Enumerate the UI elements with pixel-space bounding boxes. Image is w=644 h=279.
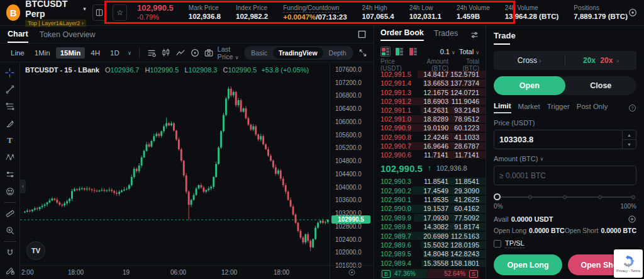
chart-expand-button[interactable] xyxy=(358,30,366,38)
margin-mode-selector[interactable]: Cross› xyxy=(494,56,565,65)
precision-dropdown[interactable]: 0.1 ∨ xyxy=(440,48,455,55)
drawing-lock-icon[interactable] xyxy=(3,264,17,276)
layout-both-icon[interactable] xyxy=(380,47,391,57)
amount-slider[interactable] xyxy=(494,193,636,201)
orderbook-bid-row[interactable]: 102,990.311.854111.8541 xyxy=(374,177,486,186)
orderbook-ask-row[interactable]: 102,991.114.263193.2143 xyxy=(374,106,486,115)
trendline-tool[interactable] xyxy=(3,83,17,96)
text-tool[interactable]: T xyxy=(3,134,17,147)
tab-token-overview[interactable]: Token Overview xyxy=(40,26,96,43)
pattern-tool[interactable] xyxy=(3,151,17,164)
interval-15min[interactable]: 15Min xyxy=(56,47,86,59)
orderbook-ask-row[interactable]: 102,991.413.6653137.7374 xyxy=(374,79,486,88)
open-long-button[interactable]: Open Long xyxy=(494,254,562,275)
slider-dot[interactable] xyxy=(528,195,532,199)
measure-tool[interactable] xyxy=(3,207,17,220)
amount-input[interactable] xyxy=(494,166,636,185)
orderbook-ask-row[interactable]: 102,990.919.019060.1223 xyxy=(374,123,486,132)
price-source-dropdown[interactable]: Last Price ∨ xyxy=(218,45,240,60)
orderbook-bid-row[interactable]: 102,990.217.454929.3090 xyxy=(374,186,486,195)
orderbook-bid-row[interactable]: 102,989.720.6989112.5163 xyxy=(374,231,486,240)
zoom-in-tool[interactable] xyxy=(3,224,17,237)
mode-basic[interactable]: Basic xyxy=(245,47,273,59)
crosshair-tool[interactable] xyxy=(3,66,17,79)
slider-dot[interactable] xyxy=(563,195,567,199)
display-mode-dropdown[interactable]: Total ∨ xyxy=(459,48,479,55)
orderbook-ask-row[interactable]: 102,991.514.8417152.5791 xyxy=(374,70,486,79)
symbol-block[interactable]: BTCUSDT Perp ▾ Top | Layer1&Layer2 › xyxy=(25,0,86,27)
layout-bids-icon[interactable] xyxy=(394,47,404,57)
orderbook-bid-row[interactable]: 102,989.917.093077.5092 xyxy=(374,214,486,222)
orderbook-tab-order-book[interactable]: Order Book xyxy=(380,28,424,41)
slider-dot[interactable] xyxy=(631,195,635,199)
collapse-arrow[interactable]: ‹ xyxy=(20,179,26,193)
step-down-button[interactable]: ▼ xyxy=(623,140,636,149)
price-axis[interactable]: 107600.0107200.0106800.0106400.0106000.0… xyxy=(330,62,374,265)
orderbook-bid-row[interactable]: 102,989.814.308291.8174 xyxy=(374,222,486,231)
orderbook-ask-row[interactable]: 102,990.812.424641.1033 xyxy=(374,132,486,141)
orderbook-ask-row[interactable]: 102,991.312.1675124.0721 xyxy=(374,88,486,96)
slider-dot[interactable] xyxy=(598,195,602,199)
chart-canvas[interactable]: BTCUSDT - 15 - LBank O102936.7 H102990.5… xyxy=(20,62,330,265)
symbol-name[interactable]: BTCUSDT Perp xyxy=(25,0,80,19)
replay-icon[interactable] xyxy=(189,46,201,60)
amount-field-label[interactable]: Amount (BTC)∨ xyxy=(494,155,636,162)
orderbook-mid[interactable]: 102,990.5 ↑ 102,936.8 xyxy=(374,159,486,177)
order-type-post-only[interactable]: Post Only xyxy=(577,103,608,113)
tab-chart[interactable]: Chart xyxy=(8,26,28,43)
fullscreen-icon[interactable] xyxy=(358,46,367,60)
help-button[interactable]: ? xyxy=(628,104,636,112)
orderbook-ask-row[interactable]: 102,990.611.714111.7141 xyxy=(374,151,486,159)
slider-handle[interactable] xyxy=(494,193,501,200)
orderbook-bid-row[interactable]: 102,989.615.5032128.0195 xyxy=(374,241,486,249)
orderbook-ask-row[interactable]: 102,990.716.964628.6787 xyxy=(374,142,486,151)
interval-line[interactable]: Line xyxy=(6,47,29,59)
orderbook-bid-row[interactable]: 102,989.514.8048142.8243 xyxy=(374,249,486,258)
mode-depth[interactable]: Depth xyxy=(323,47,352,59)
interval-1d[interactable]: 1D xyxy=(106,47,124,59)
axis-settings-button[interactable] xyxy=(330,265,374,279)
order-type-market[interactable]: Market xyxy=(518,103,540,113)
tpsl-checkbox[interactable] xyxy=(494,240,501,248)
symbol-caret-icon[interactable]: ▾ xyxy=(83,6,86,12)
fib-lines-tool[interactable] xyxy=(3,100,17,113)
line-compare-icon[interactable] xyxy=(174,46,186,60)
magnet-tool[interactable] xyxy=(3,246,17,259)
step-up-button[interactable]: ▲ xyxy=(623,130,636,140)
recaptcha-badge[interactable]: Privacy - Terms xyxy=(614,249,643,278)
mode-tradingview[interactable]: TradingView xyxy=(273,47,323,59)
interval-caret-icon[interactable]: ∨ xyxy=(126,50,133,56)
time-axis[interactable]: 2:0018:001906:0012:0018:00 xyxy=(20,265,330,279)
symbol-tag[interactable]: Top | Layer1&Layer2 › xyxy=(25,20,86,27)
brush-tool[interactable] xyxy=(3,117,17,130)
interval-4h[interactable]: 4H xyxy=(86,47,104,59)
orderbook-bid-row[interactable]: 102,989.415.3558158.1801 xyxy=(374,259,486,268)
close-tab[interactable]: Close xyxy=(565,76,636,95)
mid-last-price[interactable]: 102,990.5 xyxy=(380,163,423,174)
open-tab[interactable]: Open xyxy=(494,76,565,95)
orderbook-bid-row[interactable]: 102,990.019.153760.4162 xyxy=(374,204,486,213)
header-settings-button[interactable] xyxy=(628,8,638,18)
orderbook-toggle-button[interactable] xyxy=(92,4,107,21)
favorite-button[interactable]: ☆ xyxy=(113,4,127,21)
candle-style-icon[interactable] xyxy=(160,46,172,60)
trade-title: Trade xyxy=(494,31,516,45)
price-input[interactable] xyxy=(494,130,622,149)
orderbook-ask-row[interactable]: 102,991.218.6903111.9046 xyxy=(374,97,486,106)
tpsl-row[interactable]: TP/SL xyxy=(494,239,636,248)
position-tool[interactable] xyxy=(3,168,17,181)
layout-asks-icon[interactable] xyxy=(408,47,418,57)
emoji-tool[interactable] xyxy=(3,185,17,198)
tradingview-logo[interactable]: TV xyxy=(26,241,45,260)
leverage-selector[interactable]: 20x 20x › xyxy=(565,56,636,65)
orderbook-filter-icon[interactable] xyxy=(470,30,479,40)
camera-icon[interactable] xyxy=(203,46,215,60)
deposit-button[interactable] xyxy=(628,215,636,224)
order-type-trigger[interactable]: Trigger xyxy=(547,103,570,113)
orderbook-tab-trades[interactable]: Trades xyxy=(434,29,458,40)
order-type-limit[interactable]: Limit xyxy=(494,102,511,113)
orderbook-bid-row[interactable]: 102,990.111.953541.2625 xyxy=(374,195,486,204)
indicators-icon[interactable] xyxy=(146,46,158,60)
orderbook-ask-row[interactable]: 102,991.018.828978.9512 xyxy=(374,115,486,123)
interval-1min[interactable]: 1Min xyxy=(30,47,55,59)
